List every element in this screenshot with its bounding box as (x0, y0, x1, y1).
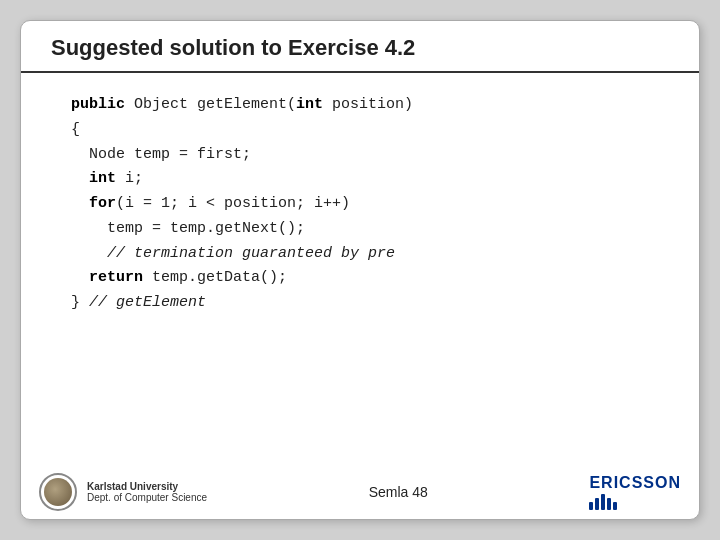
slide-content: public Object getElement(int position) {… (21, 73, 699, 467)
keyword-int-2: int (89, 170, 116, 187)
footer-right: ERICSSON (589, 474, 681, 510)
code-line-5: for(i = 1; i < position; i++) (71, 192, 649, 217)
ericsson-bar-5 (613, 502, 617, 510)
keyword-for: for (89, 195, 116, 212)
logo-inner-circle (44, 478, 72, 506)
ericsson-bar-2 (595, 498, 599, 510)
ericsson-bars (589, 494, 617, 510)
comment-getelement: // getElement (89, 294, 206, 311)
ericsson-bar-3 (601, 494, 605, 510)
keyword-int-1: int (296, 96, 323, 113)
ericsson-logo: ERICSSON (589, 474, 681, 510)
department-name: Dept. of Computer Science (87, 492, 207, 503)
university-info: Karlstad University Dept. of Computer Sc… (87, 481, 207, 503)
code-line-3: Node temp = first; (71, 143, 649, 168)
slide-title: Suggested solution to Exercise 4.2 (51, 35, 415, 60)
code-line-7: // termination guaranteed by pre (71, 242, 649, 267)
keyword-return: return (89, 269, 143, 286)
comment-termination: // termination guaranteed by pre (107, 245, 395, 262)
footer-left: Karlstad University Dept. of Computer Sc… (39, 473, 207, 511)
semla-label: Semla 48 (369, 484, 428, 500)
slide-footer: Karlstad University Dept. of Computer Sc… (21, 467, 699, 519)
slide: Suggested solution to Exercise 4.2 publi… (20, 20, 700, 520)
keyword-public: public (71, 96, 125, 113)
code-line-8: return temp.getData(); (71, 266, 649, 291)
code-line-2: { (71, 118, 649, 143)
ericsson-brand-text: ERICSSON (589, 474, 681, 492)
title-bar: Suggested solution to Exercise 4.2 (21, 21, 699, 73)
footer-center-text: Semla 48 (369, 484, 428, 500)
university-logo (39, 473, 77, 511)
code-line-6: temp = temp.getNext(); (71, 217, 649, 242)
ericsson-bar-4 (607, 498, 611, 510)
university-name: Karlstad University (87, 481, 207, 492)
code-line-4: int i; (71, 167, 649, 192)
code-line-1: public Object getElement(int position) (71, 93, 649, 118)
code-block: public Object getElement(int position) {… (71, 93, 649, 316)
code-line-9: } // getElement (71, 291, 649, 316)
ericsson-bar-1 (589, 502, 593, 510)
